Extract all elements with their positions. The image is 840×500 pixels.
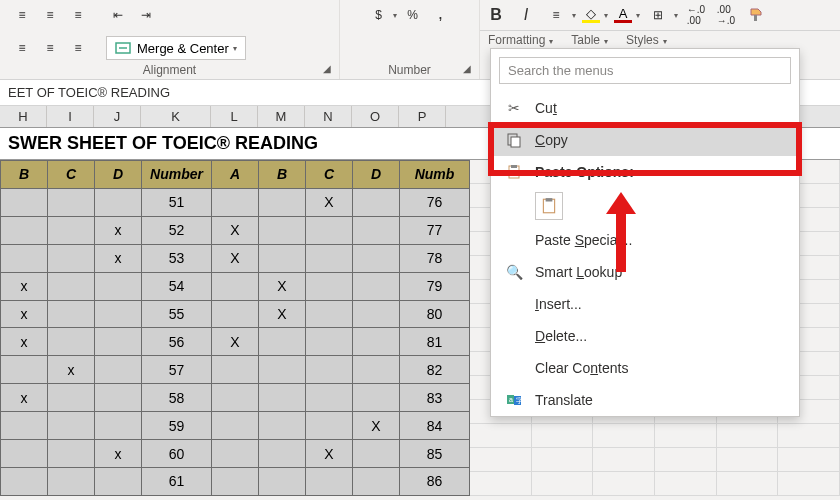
cell[interactable]: [259, 216, 306, 244]
cell[interactable]: [259, 188, 306, 216]
search-menus-input[interactable]: Search the menus: [499, 57, 791, 84]
cell[interactable]: 79: [400, 272, 470, 300]
cell[interactable]: [48, 244, 95, 272]
cell[interactable]: [95, 328, 142, 356]
cell[interactable]: [95, 356, 142, 384]
cell[interactable]: 81: [400, 328, 470, 356]
cell[interactable]: 78: [400, 244, 470, 272]
cell[interactable]: [212, 188, 259, 216]
cell[interactable]: 54: [142, 272, 212, 300]
col-header[interactable]: O: [352, 106, 399, 127]
conditional-formatting-dropdown[interactable]: Formatting: [488, 33, 553, 47]
decrease-indent-icon[interactable]: ⇤: [106, 4, 130, 26]
menu-smart-lookup[interactable]: 🔍 Smart Lookup: [491, 256, 799, 288]
menu-cut[interactable]: ✂ Cut: [491, 92, 799, 124]
cell[interactable]: [95, 300, 142, 328]
cell[interactable]: [306, 216, 353, 244]
cell[interactable]: [212, 272, 259, 300]
bold-button[interactable]: B: [484, 4, 508, 26]
cell[interactable]: [1, 440, 48, 468]
cell[interactable]: 80: [400, 300, 470, 328]
cell[interactable]: [259, 384, 306, 412]
cell[interactable]: [95, 412, 142, 440]
col-header[interactable]: N: [305, 106, 352, 127]
cell[interactable]: 77: [400, 216, 470, 244]
menu-paste-special[interactable]: Paste Special...: [491, 224, 799, 256]
align-top-icon[interactable]: ≡: [10, 4, 34, 26]
cell[interactable]: [353, 188, 400, 216]
cell[interactable]: [95, 467, 142, 495]
cell[interactable]: [353, 440, 400, 468]
cell[interactable]: [48, 328, 95, 356]
cell[interactable]: 57: [142, 356, 212, 384]
cell[interactable]: X: [259, 300, 306, 328]
menu-clear-contents[interactable]: Clear Contents: [491, 352, 799, 384]
th[interactable]: B: [259, 161, 306, 189]
cell[interactable]: [48, 440, 95, 468]
cell[interactable]: [259, 467, 306, 495]
currency-icon[interactable]: $: [367, 4, 391, 26]
cell[interactable]: x: [1, 272, 48, 300]
cell[interactable]: [306, 244, 353, 272]
cell[interactable]: [306, 300, 353, 328]
menu-insert[interactable]: Insert...: [491, 288, 799, 320]
format-painter-icon[interactable]: [744, 4, 768, 26]
cell[interactable]: X: [306, 188, 353, 216]
cell[interactable]: [353, 467, 400, 495]
cell[interactable]: 85: [400, 440, 470, 468]
cell[interactable]: [212, 356, 259, 384]
cell[interactable]: x: [1, 300, 48, 328]
cell[interactable]: 59: [142, 412, 212, 440]
cell[interactable]: [212, 412, 259, 440]
cell[interactable]: 61: [142, 467, 212, 495]
cell[interactable]: [353, 244, 400, 272]
cell[interactable]: X: [353, 412, 400, 440]
cell[interactable]: [1, 467, 48, 495]
cell[interactable]: 84: [400, 412, 470, 440]
cell[interactable]: [306, 328, 353, 356]
cell[interactable]: X: [212, 328, 259, 356]
cell[interactable]: [353, 300, 400, 328]
cell[interactable]: [212, 467, 259, 495]
cell[interactable]: [259, 412, 306, 440]
th[interactable]: C: [306, 161, 353, 189]
cell[interactable]: 58: [142, 384, 212, 412]
cell[interactable]: x: [95, 440, 142, 468]
borders-icon[interactable]: ⊞: [646, 4, 670, 26]
th[interactable]: Numb: [400, 161, 470, 189]
cell[interactable]: 52: [142, 216, 212, 244]
cell[interactable]: [1, 244, 48, 272]
th[interactable]: Number: [142, 161, 212, 189]
cell[interactable]: [48, 216, 95, 244]
col-header[interactable]: I: [47, 106, 94, 127]
menu-copy[interactable]: Copy: [491, 124, 799, 156]
cell[interactable]: [48, 384, 95, 412]
increase-decimal-icon[interactable]: ←.0.00: [684, 4, 708, 26]
align-center-icon[interactable]: ≡: [38, 37, 62, 59]
cell[interactable]: x: [95, 216, 142, 244]
th[interactable]: D: [353, 161, 400, 189]
alignment-dialog-launcher-icon[interactable]: ◢: [323, 63, 335, 75]
cell[interactable]: [353, 216, 400, 244]
fill-color-icon[interactable]: ◇: [582, 7, 600, 23]
cell[interactable]: [48, 412, 95, 440]
cell[interactable]: 60: [142, 440, 212, 468]
cell[interactable]: [306, 272, 353, 300]
paste-default-icon[interactable]: [535, 192, 563, 220]
cell[interactable]: X: [212, 244, 259, 272]
cell[interactable]: [1, 216, 48, 244]
cell[interactable]: [212, 440, 259, 468]
comma-icon[interactable]: ,: [429, 4, 453, 26]
col-header[interactable]: M: [258, 106, 305, 127]
merge-center-button[interactable]: Merge & Center ▾: [106, 36, 246, 60]
cell[interactable]: [95, 272, 142, 300]
col-header[interactable]: P: [399, 106, 446, 127]
col-header[interactable]: K: [141, 106, 211, 127]
cell[interactable]: X: [306, 440, 353, 468]
align-right-icon[interactable]: ≡: [66, 37, 90, 59]
cell[interactable]: 76: [400, 188, 470, 216]
th[interactable]: C: [48, 161, 95, 189]
cell[interactable]: x: [1, 328, 48, 356]
menu-translate[interactable]: a字 Translate: [491, 384, 799, 416]
cell[interactable]: [1, 188, 48, 216]
